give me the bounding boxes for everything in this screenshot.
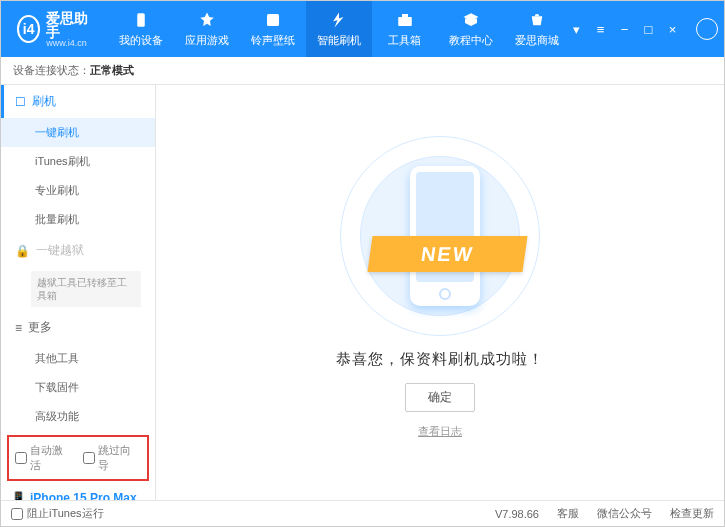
phone-icon: 📱 bbox=[11, 491, 26, 500]
menu-icon[interactable]: ▾ bbox=[570, 22, 584, 36]
svg-rect-1 bbox=[267, 14, 279, 26]
tutorial-icon bbox=[461, 10, 481, 30]
app-title: 爱思助手 bbox=[46, 11, 91, 39]
sidebar-item-other-tools[interactable]: 其他工具 bbox=[1, 344, 155, 373]
sidebar-group-jailbreak: 🔒 一键越狱 bbox=[1, 234, 155, 267]
footer-link-update[interactable]: 检查更新 bbox=[670, 506, 714, 521]
sidebar: ☐ 刷机 一键刷机 iTunes刷机 专业刷机 批量刷机 🔒 一键越狱 越狱工具… bbox=[1, 85, 156, 500]
maximize-button[interactable]: □ bbox=[642, 22, 656, 36]
success-message: 恭喜您，保资料刷机成功啦！ bbox=[336, 350, 544, 369]
app-subtitle: www.i4.cn bbox=[46, 39, 91, 48]
sidebar-item-advanced[interactable]: 高级功能 bbox=[1, 402, 155, 431]
auto-activate-checkbox[interactable]: 自动激活 bbox=[15, 443, 73, 473]
sidebar-group-flash[interactable]: ☐ 刷机 bbox=[1, 85, 155, 118]
minimize-button[interactable]: − bbox=[618, 22, 632, 36]
highlighted-options-box: 自动激活 跳过向导 bbox=[7, 435, 149, 481]
jailbreak-moved-note: 越狱工具已转移至工具箱 bbox=[31, 271, 141, 307]
status-value: 正常模式 bbox=[90, 63, 134, 78]
svg-rect-2 bbox=[398, 17, 412, 26]
footer-link-wechat[interactable]: 微信公众号 bbox=[597, 506, 652, 521]
nav-apps-games[interactable]: 应用游戏 bbox=[174, 1, 240, 57]
main-content: NEW 恭喜您，保资料刷机成功啦！ 确定 查看日志 bbox=[156, 85, 724, 500]
main-nav: 我的设备 应用游戏 铃声壁纸 智能刷机 工具箱 教程中心 bbox=[108, 1, 570, 57]
new-ribbon: NEW bbox=[367, 236, 527, 272]
toolbox-icon bbox=[395, 10, 415, 30]
sidebar-item-itunes-flash[interactable]: iTunes刷机 bbox=[1, 147, 155, 176]
flash-group-icon: ☐ bbox=[15, 95, 26, 109]
nav-smart-flash[interactable]: 智能刷机 bbox=[306, 1, 372, 57]
device-icon bbox=[131, 10, 151, 30]
success-illustration: NEW bbox=[340, 146, 540, 336]
ok-button[interactable]: 确定 bbox=[405, 383, 475, 412]
window-controls: ▾ ≡ − □ × bbox=[570, 18, 725, 40]
svg-rect-0 bbox=[137, 13, 145, 27]
svg-rect-3 bbox=[402, 14, 408, 17]
app-logo: i4 爱思助手 www.i4.cn bbox=[1, 11, 108, 48]
nav-toolbox[interactable]: 工具箱 bbox=[372, 1, 438, 57]
footer-link-support[interactable]: 客服 bbox=[557, 506, 579, 521]
titlebar: i4 爱思助手 www.i4.cn 我的设备 应用游戏 铃声壁纸 智能刷机 bbox=[1, 1, 724, 57]
nav-my-device[interactable]: 我的设备 bbox=[108, 1, 174, 57]
nav-store[interactable]: 爱思商城 bbox=[504, 1, 570, 57]
device-status-bar: 设备连接状态： 正常模式 bbox=[1, 57, 724, 85]
settings-icon[interactable]: ≡ bbox=[594, 22, 608, 36]
store-icon bbox=[527, 10, 547, 30]
version-label: V7.98.66 bbox=[495, 508, 539, 520]
device-name: 📱 iPhone 15 Pro Max bbox=[11, 491, 145, 500]
block-itunes-checkbox[interactable]: 阻止iTunes运行 bbox=[11, 506, 104, 521]
view-log-link[interactable]: 查看日志 bbox=[418, 424, 462, 439]
status-label: 设备连接状态： bbox=[13, 63, 90, 78]
sidebar-item-pro-flash[interactable]: 专业刷机 bbox=[1, 176, 155, 205]
device-info: 📱 iPhone 15 Pro Max 512GB iPhone bbox=[1, 485, 155, 500]
flash-icon bbox=[329, 10, 349, 30]
sidebar-group-more[interactable]: ≡ 更多 bbox=[1, 311, 155, 344]
more-icon: ≡ bbox=[15, 321, 22, 335]
skip-guide-checkbox[interactable]: 跳过向导 bbox=[83, 443, 141, 473]
nav-tutorials[interactable]: 教程中心 bbox=[438, 1, 504, 57]
lock-icon: 🔒 bbox=[15, 244, 30, 258]
close-button[interactable]: × bbox=[666, 22, 680, 36]
sidebar-item-oneclick-flash[interactable]: 一键刷机 bbox=[1, 118, 155, 147]
nav-ringtones[interactable]: 铃声壁纸 bbox=[240, 1, 306, 57]
footer: 阻止iTunes运行 V7.98.66 客服 微信公众号 检查更新 bbox=[1, 500, 724, 526]
apps-icon bbox=[197, 10, 217, 30]
sidebar-item-download-firmware[interactable]: 下载固件 bbox=[1, 373, 155, 402]
download-button[interactable] bbox=[696, 18, 718, 40]
sidebar-item-batch-flash[interactable]: 批量刷机 bbox=[1, 205, 155, 234]
wallpaper-icon bbox=[263, 10, 283, 30]
logo-icon: i4 bbox=[17, 15, 40, 43]
